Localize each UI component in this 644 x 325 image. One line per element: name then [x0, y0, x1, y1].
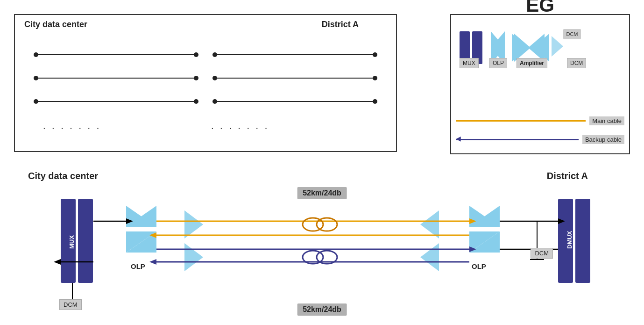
line-row-2 — [34, 76, 377, 80]
svg-marker-26 — [420, 243, 439, 271]
svg-text:OLP: OLP — [131, 262, 145, 270]
bottom-diagram: City data center District A 52km/24db 52… — [0, 166, 644, 325]
line-segment — [217, 54, 373, 55]
svg-rect-14 — [575, 199, 590, 283]
main-cable-legend: Main cable — [456, 116, 624, 125]
dcm-label-2: DCM — [567, 58, 586, 68]
dot — [34, 99, 38, 104]
svg-text:DCM: DCM — [566, 31, 578, 37]
amplifier-label: Amplifier — [517, 58, 547, 68]
line-segment — [217, 101, 373, 102]
svg-marker-38 — [149, 259, 156, 265]
svg-point-48 — [317, 218, 337, 231]
main-cable-label: Main cable — [589, 116, 624, 125]
svg-marker-6 — [514, 34, 531, 62]
line-segment — [217, 78, 373, 79]
olp-label: OLP — [489, 58, 507, 68]
svg-marker-24 — [420, 210, 439, 238]
dcm-right: DCM — [531, 248, 553, 259]
dot — [373, 76, 377, 80]
dcm-left: DCM — [59, 299, 82, 310]
dot — [212, 52, 217, 57]
main-diagram-svg: OLP OLP MUX DMUX — [0, 166, 644, 325]
dot — [34, 52, 38, 57]
dot — [373, 52, 377, 57]
dots-left: · · · · · · · — [43, 123, 101, 133]
svg-marker-41 — [54, 259, 61, 265]
eg-title: EG — [526, 0, 554, 16]
svg-text:MUX: MUX — [68, 235, 75, 249]
dot — [212, 99, 217, 104]
dot — [373, 99, 377, 104]
svg-marker-10 — [552, 36, 563, 57]
dot — [194, 99, 198, 104]
main-cable-line — [456, 120, 586, 122]
svg-marker-7 — [528, 34, 545, 62]
dot — [212, 76, 217, 80]
svg-rect-12 — [78, 199, 93, 283]
svg-text:OLP: OLP — [472, 262, 486, 270]
backup-cable-label: Backup cable — [582, 135, 624, 144]
top-left-diagram: City data center District A · · · · · · … — [14, 14, 397, 152]
top-right-legend: EG DCM MUX OLP Amplifier DCM Main cable … — [450, 14, 630, 154]
mux-label: MUX — [460, 58, 479, 68]
svg-marker-25 — [184, 243, 203, 271]
dot — [194, 76, 198, 80]
backup-cable-legend: ◀ Backup cable — [456, 135, 624, 144]
line-segment — [38, 54, 194, 55]
arrow-left-icon: ◀ — [456, 135, 461, 142]
district-a-label: District A — [322, 20, 359, 29]
line-segment — [38, 78, 194, 79]
dot — [194, 52, 198, 57]
city-data-center-label: City data center — [24, 20, 87, 29]
line-row-3 — [34, 99, 377, 104]
line-row-1 — [34, 52, 377, 57]
dots-right: · · · · · · · — [211, 123, 269, 133]
svg-marker-23 — [184, 210, 203, 238]
svg-text:DMUX: DMUX — [566, 231, 573, 249]
dot — [34, 76, 38, 80]
line-segment — [38, 101, 194, 102]
